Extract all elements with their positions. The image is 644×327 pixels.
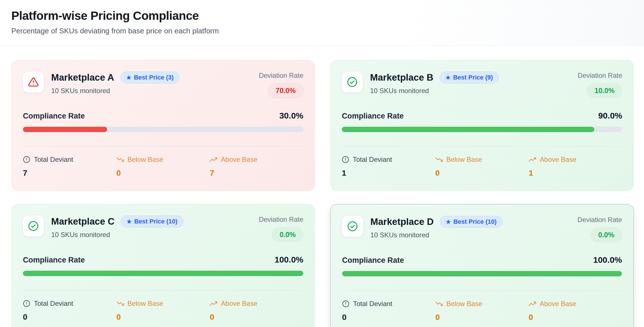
best-price-badge: ★ Best Price (10) — [121, 216, 183, 227]
star-icon: ★ — [446, 75, 451, 80]
above-base-label: Above Base — [540, 300, 576, 308]
above-base-stat: Above Base 0 — [529, 300, 622, 322]
stats-row: Total Deviant 1 Below Base 0 A — [342, 156, 622, 178]
card-divider — [342, 146, 622, 147]
card-head-text: Marketplace B ★ Best Price (9) 10 SKUs m… — [370, 72, 572, 95]
compliance-row: Compliance Rate 100.0% — [342, 255, 622, 265]
total-deviant-label: Total Deviant — [353, 156, 392, 164]
check-circle-icon — [28, 221, 39, 231]
card-divider — [23, 290, 303, 291]
best-price-label: Best Price (10) — [134, 218, 178, 225]
card-divider — [23, 146, 303, 147]
total-deviant-label: Total Deviant — [34, 300, 73, 307]
compliance-rate-label: Compliance Rate — [23, 256, 85, 264]
deviation-rate-label: Deviation Rate — [578, 216, 622, 224]
above-base-label: Above Base — [540, 156, 576, 164]
deviation-rate-label: Deviation Rate — [259, 72, 303, 79]
best-price-badge: ★ Best Price (10) — [440, 216, 503, 228]
status-icon-box — [23, 72, 44, 92]
compliance-progress-fill — [342, 127, 594, 132]
card-head: Marketplace C ★ Best Price (10) 10 SKUs … — [23, 216, 303, 242]
below-base-value: 0 — [435, 169, 529, 178]
below-base-stat: Below Base 0 — [435, 300, 529, 322]
below-base-stat: Below Base 0 — [116, 300, 210, 322]
total-deviant-label: Total Deviant — [353, 300, 392, 308]
deviation-rate-value: 0.0% — [591, 228, 622, 242]
below-base-label: Below Base — [127, 300, 163, 307]
trending-down-icon — [435, 156, 443, 163]
compliance-progress-fill — [342, 271, 622, 276]
card-head: Marketplace A ★ Best Price (3) 10 SKUs m… — [23, 72, 303, 98]
card-head-text: Marketplace A ★ Best Price (3) 10 SKUs m… — [51, 72, 253, 95]
compliance-progress-fill — [23, 271, 303, 276]
best-price-badge: ★ Best Price (9) — [440, 72, 499, 83]
above-base-value: 0 — [210, 313, 303, 322]
status-icon-box — [342, 72, 363, 92]
above-base-label: Above Base — [221, 156, 257, 164]
below-base-label: Below Base — [127, 156, 163, 164]
total-deviant-value: 1 — [342, 169, 435, 178]
above-base-stat: Above Base 0 — [210, 300, 303, 322]
marketplace-card-c[interactable]: Marketplace C ★ Best Price (10) 10 SKUs … — [11, 204, 315, 327]
above-base-value: 0 — [529, 313, 622, 322]
card-divider — [342, 291, 622, 291]
alert-circle-icon — [23, 156, 30, 163]
compliance-progress-fill — [23, 127, 107, 132]
star-icon: ★ — [446, 219, 451, 225]
below-base-value: 0 — [435, 313, 529, 322]
below-base-label: Below Base — [446, 300, 482, 308]
total-deviant-value: 0 — [23, 313, 116, 322]
deviation-block: Deviation Rate 10.0% — [578, 72, 622, 98]
compliance-rate-value: 90.0% — [598, 111, 622, 121]
deviation-block: Deviation Rate 0.0% — [259, 216, 303, 242]
marketplace-title: Marketplace B — [370, 72, 433, 83]
stats-row: Total Deviant 7 Below Base 0 A — [23, 156, 303, 178]
cards-grid: Marketplace A ★ Best Price (3) 10 SKUs m… — [0, 46, 644, 327]
compliance-row: Compliance Rate 90.0% — [342, 111, 622, 121]
below-base-stat: Below Base 0 — [116, 156, 210, 178]
above-base-label: Above Base — [221, 300, 257, 307]
marketplace-card-b[interactable]: Marketplace B ★ Best Price (9) 10 SKUs m… — [330, 60, 634, 191]
best-price-label: Best Price (9) — [453, 74, 493, 81]
warning-triangle-icon — [28, 77, 39, 87]
marketplace-card-a[interactable]: Marketplace A ★ Best Price (3) 10 SKUs m… — [11, 60, 315, 191]
deviation-block: Deviation Rate 0.0% — [578, 216, 622, 242]
trending-up-icon — [210, 300, 217, 307]
trending-down-icon — [116, 300, 124, 307]
deviation-rate-value: 0.0% — [272, 227, 303, 242]
compliance-rate-value: 100.0% — [593, 255, 622, 265]
card-head-text: Marketplace C ★ Best Price (10) 10 SKUs … — [51, 216, 253, 239]
compliance-rate-value: 30.0% — [279, 111, 303, 121]
compliance-rate-value: 100.0% — [275, 255, 303, 264]
total-deviant-stat: Total Deviant 1 — [342, 156, 435, 178]
deviation-rate-label: Deviation Rate — [578, 72, 622, 79]
compliance-rate-label: Compliance Rate — [342, 112, 404, 121]
total-deviant-label: Total Deviant — [34, 156, 73, 164]
compliance-rate-label: Compliance Rate — [23, 112, 85, 121]
marketplace-title: Marketplace A — [51, 72, 114, 83]
above-base-value: 7 — [210, 169, 303, 178]
stats-row: Total Deviant 0 Below Base 0 A — [23, 300, 303, 322]
best-price-label: Best Price (3) — [134, 74, 174, 81]
best-price-badge: ★ Best Price (3) — [120, 72, 180, 83]
below-base-value: 0 — [116, 169, 210, 178]
marketplace-card-d[interactable]: Marketplace D ★ Best Price (10) 10 SKUs … — [330, 204, 634, 327]
total-deviant-value: 0 — [342, 313, 435, 322]
skus-monitored: 10 SKUs monitored — [370, 231, 572, 239]
alert-circle-icon — [342, 300, 349, 307]
compliance-progress-track — [23, 271, 303, 276]
check-circle-icon — [347, 77, 358, 87]
above-base-stat: Above Base 1 — [529, 156, 622, 178]
stats-row: Total Deviant 0 Below Base 0 A — [342, 300, 622, 322]
alert-circle-icon — [23, 300, 30, 307]
compliance-rate-label: Compliance Rate — [342, 256, 404, 265]
deviation-rate-label: Deviation Rate — [259, 216, 303, 223]
alert-circle-icon — [342, 156, 349, 163]
card-head: Marketplace D ★ Best Price (10) 10 SKUs … — [342, 216, 622, 242]
page-title: Platform-wise Pricing Compliance — [11, 9, 633, 23]
star-icon: ★ — [126, 75, 131, 80]
marketplace-title: Marketplace C — [51, 216, 114, 227]
check-circle-icon — [347, 221, 358, 232]
below-base-value: 0 — [116, 313, 210, 322]
compliance-row: Compliance Rate 100.0% — [23, 255, 303, 264]
